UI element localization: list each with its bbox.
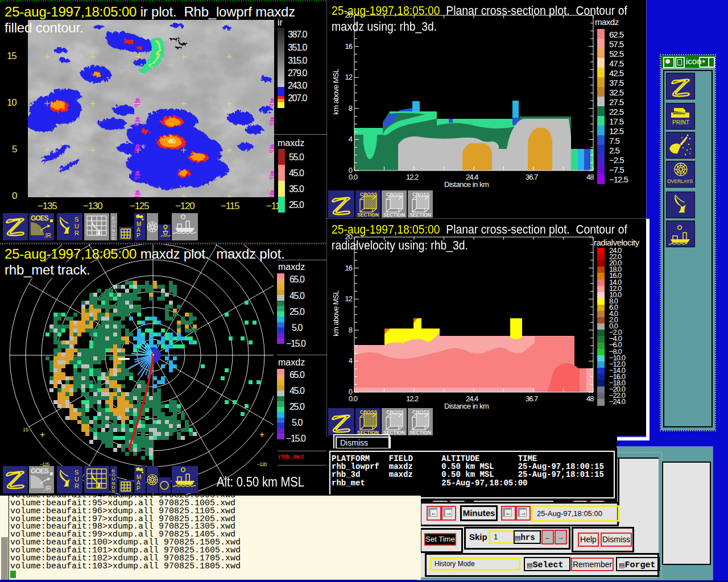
svg-text:OVERLAYS: OVERLAYS — [667, 178, 693, 184]
svg-text:U: U — [75, 476, 79, 483]
svg-text:PRINT: PRINT — [672, 119, 689, 126]
svg-text:S: S — [112, 236, 115, 240]
svg-text:R: R — [75, 483, 79, 489]
svg-text:P: P — [136, 232, 140, 239]
svg-text:GOES: GOES — [31, 467, 49, 475]
svg-text:U: U — [75, 223, 79, 230]
svg-text:S: S — [75, 469, 78, 476]
svg-text:S: S — [75, 216, 78, 223]
svg-text:SECTION: SECTION — [410, 212, 431, 218]
svg-text:R: R — [75, 230, 79, 236]
svg-text:SECTION: SECTION — [357, 212, 379, 218]
svg-text:P: P — [136, 485, 140, 492]
svg-text:GOES: GOES — [31, 214, 49, 222]
svg-text:.IR: .IR — [44, 485, 51, 492]
svg-text:SECTION: SECTION — [383, 212, 405, 218]
svg-text:SECTION: SECTION — [410, 430, 431, 435]
svg-text:S: S — [112, 489, 115, 493]
svg-text:.IR: .IR — [44, 232, 51, 239]
